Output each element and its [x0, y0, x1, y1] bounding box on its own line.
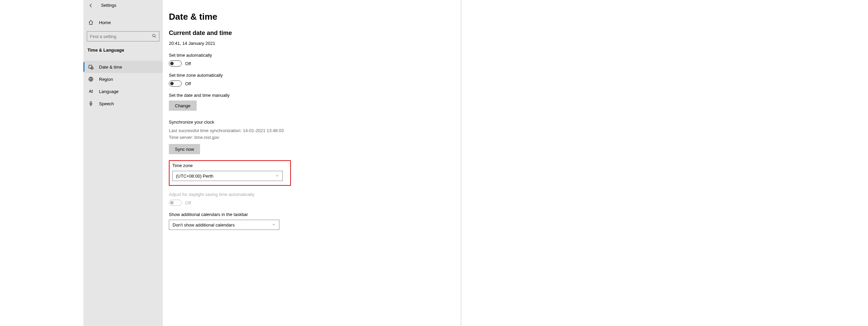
current-datetime-heading: Current date and time	[169, 30, 456, 37]
set-tz-auto-state: Off	[185, 81, 191, 86]
svg-point-0	[153, 34, 155, 37]
sidebar-home-label: Home	[99, 20, 111, 25]
set-time-auto-state: Off	[185, 61, 191, 66]
sidebar-item-label: Date & time	[99, 65, 122, 70]
calendars-value: Don't show additional calendars	[173, 222, 235, 228]
settings-window: Settings Home Time & Language Date &	[83, 0, 462, 326]
window-title: Settings	[101, 3, 116, 8]
set-tz-auto-label: Set time zone automatically	[169, 73, 456, 78]
window-edge	[460, 0, 462, 326]
sidebar-item-label: Region	[99, 77, 113, 82]
timezone-highlight: Time zone (UTC+08:00) Perth	[169, 160, 291, 186]
sidebar-item-label: Language	[99, 89, 119, 94]
clock-calendar-icon	[88, 64, 94, 70]
sidebar-item-date-time[interactable]: Date & time	[83, 61, 163, 73]
language-icon	[88, 89, 94, 94]
home-icon	[88, 20, 94, 25]
chevron-down-icon	[272, 223, 276, 227]
search-input[interactable]	[90, 34, 152, 39]
sync-server-value: Time server: time.nist.gov	[169, 134, 456, 141]
calendars-label: Show additional calendars in the taskbar	[169, 212, 456, 217]
sidebar-item-home[interactable]: Home	[83, 16, 163, 29]
timezone-dropdown[interactable]: (UTC+08:00) Perth	[172, 171, 283, 181]
sync-now-button[interactable]: Sync now	[169, 144, 200, 154]
sidebar-category: Time & Language	[83, 41, 163, 57]
set-tz-auto-toggle[interactable]	[169, 80, 182, 87]
main-content: Date & time Current date and time 20:41,…	[163, 0, 462, 326]
change-button[interactable]: Change	[169, 101, 197, 111]
svg-rect-4	[90, 102, 92, 104]
sidebar-item-region[interactable]: Region	[83, 73, 163, 85]
sidebar-item-label: Speech	[99, 101, 114, 106]
timezone-label: Time zone	[172, 163, 287, 168]
timezone-value: (UTC+08:00) Perth	[176, 174, 213, 179]
calendars-dropdown[interactable]: Don't show additional calendars	[169, 220, 279, 230]
sidebar-item-language[interactable]: Language	[83, 85, 163, 97]
set-time-auto-toggle[interactable]	[169, 60, 182, 67]
manual-set-label: Set the date and time manually	[169, 93, 456, 98]
globe-icon	[88, 76, 94, 82]
dst-label: Adjust for daylight saving time automati…	[169, 192, 456, 197]
page-title: Date & time	[169, 12, 456, 22]
sidebar-item-speech[interactable]: Speech	[83, 97, 163, 110]
microphone-icon	[88, 101, 94, 106]
chevron-down-icon	[275, 174, 279, 178]
dst-state: Off	[185, 200, 191, 205]
sidebar: Settings Home Time & Language Date &	[83, 0, 163, 326]
dst-toggle	[169, 200, 182, 206]
current-datetime-value: 20:41, 14 January 2021	[169, 41, 456, 46]
back-icon[interactable]	[88, 3, 94, 8]
set-time-auto-label: Set time automatically	[169, 53, 456, 58]
search-input-wrap[interactable]	[87, 31, 159, 41]
search-icon	[152, 34, 156, 39]
sync-last-value: Last successful time synchronization: 14…	[169, 127, 456, 134]
sync-clock-label: Synchronize your clock	[169, 120, 456, 125]
svg-rect-1	[89, 65, 92, 68]
